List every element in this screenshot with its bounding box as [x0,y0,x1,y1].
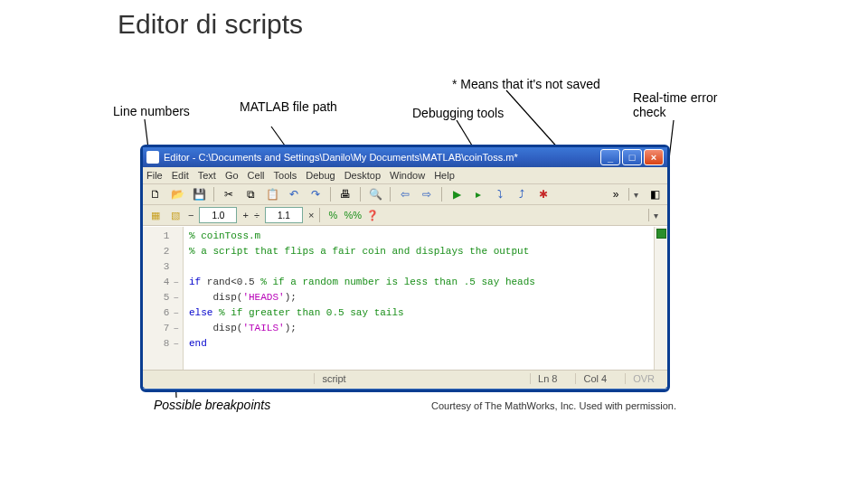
page-title: Editor di scripts [118,9,303,40]
increment-field-1[interactable] [199,207,237,223]
copy-icon[interactable]: ⧉ [241,185,259,203]
toolbar-cell: ▦ ▧ − + ÷ × % %% ❓ ▾ [143,205,667,226]
status-col: Col 4 [575,373,614,384]
error-check-indicator [656,229,666,239]
menu-file[interactable]: File [146,170,163,181]
code-line[interactable]: disp('HEADS'); [189,290,648,305]
cut-icon[interactable]: ✂ [220,185,238,203]
code-line[interactable]: % a script that flips a fair coin and di… [189,244,648,259]
menu-cell[interactable]: Cell [248,170,265,181]
maximize-button[interactable]: □ [622,149,642,165]
credit-text: Courtesy of The MathWorks, Inc. Used wit… [431,400,676,411]
line-number[interactable]: 3 [145,259,179,275]
line-number[interactable]: 6– [145,305,179,321]
menu-edit[interactable]: Edit [172,170,189,181]
help-icon[interactable]: ❓ [365,208,380,222]
line-number[interactable]: 1 [145,229,179,244]
back-icon[interactable]: ⇦ [396,185,414,203]
code-line[interactable]: else % if greater than 0.5 say tails [189,305,648,321]
line-number[interactable]: 5– [145,290,179,305]
code-area[interactable]: % coinToss.m% a script that flips a fair… [184,227,654,370]
run-section-icon[interactable]: ▸ [469,185,487,203]
status-mode: script [314,373,353,384]
menu-desktop[interactable]: Desktop [344,170,381,181]
line-number[interactable]: 8– [145,336,179,352]
annotation-line-numbers: Line numbers [113,104,190,118]
line-number[interactable]: 4– [145,275,179,290]
menu-tools[interactable]: Tools [274,170,297,181]
new-file-icon[interactable]: 🗋 [146,185,165,203]
save-icon[interactable]: 💾 [190,185,208,203]
minimize-button[interactable]: _ [600,149,620,165]
menu-window[interactable]: Window [390,170,425,181]
step-in-icon[interactable]: ⤵ [491,185,509,203]
breakpoint-icon[interactable]: ✱ [534,185,552,203]
toolbar-main: 🗋 📂 💾 ✂ ⧉ 📋 ↶ ↷ 🖶 🔍 ⇦ ⇨ ▶ ▸ ⤵ ⤴ ✱ » ▾ ◧ [143,184,667,205]
undo-icon[interactable]: ↶ [285,185,303,203]
menu-help[interactable]: Help [434,170,455,181]
step-out-icon[interactable]: ⤴ [513,185,531,203]
status-ovr: OVR [625,373,662,384]
code-line[interactable]: % coinToss.m [189,229,648,244]
cell-mode-icon[interactable]: ▦ [148,208,163,222]
percent-icon[interactable]: % [326,208,340,222]
paste-icon[interactable]: 📋 [263,185,281,203]
code-line[interactable]: end [189,336,648,352]
statusbar: script Ln 8 Col 4 OVR [143,370,667,387]
close-button[interactable]: × [644,149,664,165]
divide-icon[interactable]: ÷ [254,210,259,221]
code-line[interactable]: if rand<0.5 % if a random number is less… [189,275,648,290]
toolbar-dropdown-icon[interactable]: ▾ [628,188,642,201]
annotation-file-path: MATLAB file path [240,99,337,114]
dock-icon[interactable]: ◧ [646,185,664,203]
annotation-debug-tools: Debugging tools [412,106,504,120]
line-number[interactable]: 2 [145,244,179,259]
times-icon[interactable]: × [308,210,314,221]
line-number-gutter[interactable]: 1 2 3 4–5–6–7–8– [143,227,184,370]
window-title: Editor - C:\Documents and Settings\Danil… [164,152,600,163]
annotation-breakpoints: Possible breakpoints [154,398,270,412]
titlebar[interactable]: Editor - C:\Documents and Settings\Danil… [143,147,667,167]
line-number[interactable]: 7– [145,321,179,336]
open-file-icon[interactable]: 📂 [168,185,186,203]
code-line[interactable]: disp('TAILS'); [189,321,648,336]
status-line: Ln 8 [530,373,564,384]
run-icon[interactable]: ▶ [448,185,466,203]
cell-advance-icon[interactable]: ▧ [168,208,183,222]
redo-icon[interactable]: ↷ [307,185,325,203]
menubar: FileEditTextGoCellToolsDebugDesktopWindo… [143,167,667,184]
editor-window: Editor - C:\Documents and Settings\Danil… [140,145,670,392]
svg-line-3 [506,90,561,151]
menu-debug[interactable]: Debug [306,170,335,181]
menu-go[interactable]: Go [225,170,239,181]
increment-field-2[interactable] [265,207,303,223]
app-icon [146,151,159,164]
double-percent-icon[interactable]: %% [345,208,360,222]
find-icon[interactable]: 🔍 [366,185,384,203]
annotation-not-saved: * Means that it's not saved [452,77,600,91]
plus-icon[interactable]: + [242,210,248,221]
print-icon[interactable]: 🖶 [336,185,354,203]
code-line[interactable] [189,259,648,275]
minus-icon[interactable]: − [188,210,193,221]
editor-body: 1 2 3 4–5–6–7–8– % coinToss.m% a script … [143,226,667,370]
toolbar2-dropdown-icon[interactable]: ▾ [648,209,662,221]
annotation-error-check: Real-time error check [633,90,723,119]
menu-text[interactable]: Text [198,170,216,181]
error-strip[interactable] [654,227,667,370]
forward-icon[interactable]: ⇨ [418,185,436,203]
more-icon[interactable]: » [607,185,625,203]
